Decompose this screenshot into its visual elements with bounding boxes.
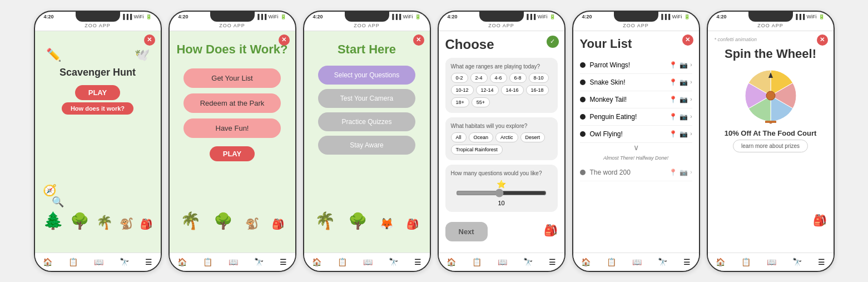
nav-binoculars-4[interactable]: 🔭 bbox=[520, 256, 536, 268]
list-item-1[interactable]: Snake Skin! 📍 📷 › bbox=[580, 74, 692, 91]
app-title-4: ZOO APP bbox=[439, 22, 564, 31]
chevron-icon-extra: › bbox=[690, 169, 692, 175]
tag-2-4[interactable]: 2-4 bbox=[470, 73, 488, 83]
chevron-icon-1: › bbox=[690, 79, 692, 85]
tag-12-14[interactable]: 12-14 bbox=[476, 85, 499, 95]
nav-home-4[interactable]: 🏠 bbox=[443, 256, 459, 268]
nav-list-6[interactable]: 📋 bbox=[738, 256, 754, 268]
tag-55plus[interactable]: 55+ bbox=[472, 97, 490, 107]
nav-menu-5[interactable]: ☰ bbox=[680, 256, 694, 268]
list-icons-2: 📍 📷 › bbox=[669, 96, 692, 103]
tag-10-12[interactable]: 10-12 bbox=[451, 85, 474, 95]
time-2: 4:20 bbox=[178, 14, 189, 19]
close-button-6[interactable]: ✕ bbox=[817, 34, 828, 46]
time-5: 4:20 bbox=[582, 14, 592, 19]
tag-arctic[interactable]: Arctic bbox=[495, 132, 518, 142]
notch-3 bbox=[345, 12, 389, 22]
close-button-1[interactable]: ✕ bbox=[144, 34, 155, 46]
how-button-1[interactable]: How does it work? bbox=[62, 102, 133, 115]
nav-binoculars-6[interactable]: 🔭 bbox=[789, 256, 805, 268]
nav-list-4[interactable]: 📋 bbox=[469, 256, 485, 268]
list-icons-3: 📍 📷 › bbox=[669, 113, 692, 121]
list-item-3[interactable]: Penguin Eating! 📍 📷 › bbox=[580, 108, 692, 126]
nav-list-3[interactable]: 📋 bbox=[334, 256, 350, 268]
close-button-4[interactable]: ✓ bbox=[547, 36, 559, 48]
nav-menu-2[interactable]: ☰ bbox=[276, 256, 290, 268]
nav-home-1[interactable]: 🏠 bbox=[39, 256, 56, 268]
test-camera-button[interactable]: Test Your Camera bbox=[318, 89, 415, 108]
list-dot-0 bbox=[580, 62, 586, 68]
pin-icon-1: 📍 bbox=[669, 78, 677, 86]
nav-book-6[interactable]: 📖 bbox=[763, 256, 780, 268]
camera-icon-1: 📷 bbox=[679, 78, 688, 86]
nav-binoculars-5[interactable]: 🔭 bbox=[654, 256, 671, 268]
select-questions-button[interactable]: Select your Questions bbox=[318, 66, 415, 85]
list-item-name-extra: The word 200 bbox=[590, 169, 665, 176]
nav-book-2[interactable]: 📖 bbox=[225, 256, 241, 268]
next-button[interactable]: Next bbox=[445, 222, 488, 241]
nav-list-2[interactable]: 📋 bbox=[200, 256, 216, 268]
age-range-card: What age ranges are playing today? 0-2 2… bbox=[445, 58, 558, 113]
app-title-1: ZOO APP bbox=[35, 22, 161, 31]
monkey-icon-1: 🐒 bbox=[120, 217, 133, 230]
star-icon: ⭐ bbox=[497, 180, 506, 189]
phone-4: 4:20 ▐▐▐ WiFi 🔋 ZOO APP ✓ Choose What ag… bbox=[438, 11, 566, 272]
bottom-scene-2: 🌴 🌳 🐒 🎒 bbox=[170, 211, 295, 230]
tag-all[interactable]: All bbox=[451, 132, 467, 142]
nav-menu-4[interactable]: ☰ bbox=[545, 256, 559, 268]
tag-6-8[interactable]: 6-8 bbox=[509, 73, 527, 83]
have-fun-button[interactable]: Have Fun! bbox=[183, 118, 281, 138]
nav-binoculars-2[interactable]: 🔭 bbox=[251, 256, 267, 268]
tag-14-16[interactable]: 14-16 bbox=[501, 85, 524, 95]
nav-book-1[interactable]: 📖 bbox=[91, 256, 107, 268]
stay-aware-button[interactable]: Stay Aware bbox=[318, 136, 415, 155]
tree-icon-1a: 🌲 bbox=[43, 211, 63, 230]
tag-desert[interactable]: Desert bbox=[520, 132, 545, 142]
tag-16-18[interactable]: 16-18 bbox=[526, 85, 549, 95]
camera-icon-extra: 📷 bbox=[679, 169, 688, 176]
spin-wheel[interactable] bbox=[743, 68, 798, 123]
list-item-2[interactable]: Monkey Tail! 📍 📷 › bbox=[580, 91, 692, 108]
app-title-6: ZOO APP bbox=[708, 22, 834, 31]
nav-book-5[interactable]: 📖 bbox=[629, 256, 645, 268]
tag-0-2[interactable]: 0-2 bbox=[451, 73, 468, 83]
list-item-0[interactable]: Parrot Wings! 📍 📷 › bbox=[580, 57, 692, 74]
list-item-extra[interactable]: The word 200 📍 📷 › bbox=[580, 164, 692, 181]
tag-4-6[interactable]: 4-6 bbox=[490, 73, 507, 83]
practice-quizzes-button[interactable]: Practice Quizzes bbox=[318, 112, 415, 131]
tag-8-10[interactable]: 8-10 bbox=[529, 73, 549, 83]
spin-title: Spin the Wheel! bbox=[725, 47, 816, 61]
close-button-3[interactable]: ✕ bbox=[413, 34, 424, 46]
close-button-5[interactable]: ✕ bbox=[682, 34, 693, 46]
nav-home-3[interactable]: 🏠 bbox=[309, 256, 325, 268]
nav-menu-1[interactable]: ☰ bbox=[142, 256, 156, 268]
nav-menu-3[interactable]: ☰ bbox=[411, 256, 425, 268]
pencil-icon: ✏️ bbox=[46, 48, 61, 62]
bottom-nav-3: 🏠 📋 📖 🔭 ☰ bbox=[304, 253, 430, 271]
list-item-4[interactable]: Owl Flying! 📍 📷 › bbox=[580, 126, 692, 143]
play-button-1[interactable]: PLAY bbox=[75, 85, 120, 100]
nav-list-5[interactable]: 📋 bbox=[603, 256, 619, 268]
nav-binoculars-3[interactable]: 🔭 bbox=[385, 256, 401, 268]
close-button-2[interactable]: ✕ bbox=[279, 34, 290, 46]
nav-binoculars-1[interactable]: 🔭 bbox=[116, 256, 132, 268]
tag-ocean[interactable]: Ocean bbox=[469, 132, 494, 142]
habitat-tags: All Ocean Arctic Desert Tropical Rainfor… bbox=[451, 132, 552, 155]
tag-18plus[interactable]: 18+ bbox=[451, 97, 469, 107]
svg-point-0 bbox=[766, 91, 775, 100]
play-button-2[interactable]: PLAY bbox=[210, 146, 255, 161]
nav-book-3[interactable]: 📖 bbox=[360, 256, 376, 268]
redeem-button[interactable]: Redeem at the Park bbox=[183, 93, 281, 113]
nav-list-1[interactable]: 📋 bbox=[65, 256, 81, 268]
tag-rainforest[interactable]: Tropical Rainforest bbox=[451, 145, 503, 155]
nav-home-2[interactable]: 🏠 bbox=[174, 256, 190, 268]
nav-book-4[interactable]: 📖 bbox=[494, 256, 510, 268]
app-title-3: ZOO APP bbox=[304, 22, 430, 31]
get-list-button[interactable]: Get Your List bbox=[183, 68, 281, 88]
questions-slider[interactable] bbox=[456, 189, 547, 197]
expand-icon[interactable]: ∨ bbox=[580, 143, 692, 152]
nav-home-6[interactable]: 🏠 bbox=[712, 256, 728, 268]
learn-more-button[interactable]: learn more about prizes bbox=[733, 140, 808, 152]
nav-menu-6[interactable]: ☰ bbox=[815, 256, 829, 268]
nav-home-5[interactable]: 🏠 bbox=[578, 256, 594, 268]
